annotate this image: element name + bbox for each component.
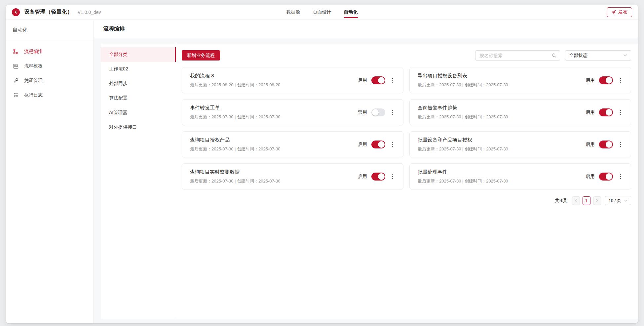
- category-item-4[interactable]: 算法配置: [101, 91, 176, 105]
- chevron-left-icon: [575, 199, 577, 202]
- flow-card-controls: 禁用: [358, 108, 394, 116]
- flow-card-meta: 最后更新：2025-07-30 | 创建时间：2025-07-30: [190, 146, 340, 152]
- flow-status-label: 启用: [358, 77, 367, 83]
- sidebar-item-label: 流程编排: [24, 49, 43, 55]
- category-item-6[interactable]: 对外提供接口: [101, 120, 176, 135]
- flow-card[interactable]: 查询告警事件趋势 最后更新：2025-07-30 | 创建时间：2025-07-…: [409, 99, 631, 125]
- more-menu-icon[interactable]: [619, 142, 622, 147]
- pagination-prev-button[interactable]: [572, 196, 580, 205]
- main-region: 流程编排 全部分类 工作流02 外部同步 算法配置 AI管理器 对外提供接口 新…: [94, 20, 638, 323]
- toggle-knob: [378, 141, 385, 148]
- sidebar-item-label: 凭证管理: [24, 78, 43, 84]
- category-label: AI管理器: [109, 110, 127, 116]
- flow-status-label: 启用: [586, 77, 595, 83]
- chevron-down-icon: [624, 54, 627, 57]
- flow-card-title: 查询告警事件趋势: [418, 105, 568, 111]
- cards-area: 新增业务流程 全部状态: [176, 44, 638, 319]
- back-button[interactable]: [12, 8, 20, 16]
- category-label: 外部同步: [109, 81, 128, 87]
- flow-status-label: 启用: [586, 142, 595, 147]
- flow-card[interactable]: 批量处理事件 最后更新：2025-07-30 | 创建时间：2025-07-30…: [409, 163, 631, 189]
- search-box: [475, 50, 560, 61]
- flow-card-meta: 最后更新：2025-07-30 | 创建时间：2025-07-30: [418, 178, 568, 184]
- sidebar-item-2[interactable]: 流程模板: [6, 60, 93, 73]
- pagination-next-button[interactable]: [593, 196, 601, 205]
- flow-card-meta: 最后更新：2025-07-30 | 创建时间：2025-07-30: [418, 82, 568, 88]
- flow-card[interactable]: 查询项目实时监测数据 最后更新：2025-07-30 | 创建时间：2025-0…: [182, 163, 403, 189]
- toggle-knob: [606, 109, 612, 116]
- publish-button[interactable]: 发布: [607, 7, 632, 17]
- nav-tab-3[interactable]: 自动化: [344, 5, 358, 20]
- nav-label: 页面设计: [313, 9, 331, 15]
- add-flow-button[interactable]: 新增业务流程: [182, 50, 220, 61]
- flow-card[interactable]: 查询项目授权产品 最后更新：2025-07-30 | 创建时间：2025-07-…: [182, 131, 403, 157]
- sidebar-item-1[interactable]: 流程编排: [6, 45, 93, 58]
- flow-card-title: 查询项目实时监测数据: [190, 169, 340, 175]
- flow-card-controls: 启用: [586, 173, 622, 181]
- category-item-5[interactable]: AI管理器: [101, 105, 176, 120]
- more-menu-icon[interactable]: [619, 174, 622, 180]
- sidebar-menu: 流程编排 流程模板 凭证管理 执行日志: [6, 40, 93, 103]
- search-input[interactable]: [479, 53, 551, 58]
- flow-status-label: 启用: [358, 174, 367, 180]
- page-titlebar: 流程编排: [94, 20, 638, 38]
- flow-enable-toggle[interactable]: [371, 76, 385, 84]
- search-icon: [551, 53, 556, 58]
- sidebar-item-label: 流程模板: [24, 63, 43, 69]
- flow-enable-toggle[interactable]: [599, 173, 613, 181]
- sidebar: 自动化 流程编排 流程模板 凭证管理 执行日志: [6, 20, 94, 323]
- sidebar-heading: 自动化: [6, 20, 93, 40]
- more-menu-icon[interactable]: [392, 77, 394, 83]
- chevron-right-icon: [596, 199, 598, 202]
- page-size-select[interactable]: 10 / 页: [605, 196, 631, 205]
- log-icon: [13, 92, 19, 98]
- flow-status-label: 启用: [586, 109, 595, 115]
- flow-enable-toggle[interactable]: [371, 108, 385, 116]
- flow-card[interactable]: 我的流程 8 最后更新：2025-08-20 | 创建时间：2025-08-20…: [182, 67, 403, 93]
- header-left: 设备管理（轻量化） V1.0.0_dev: [12, 8, 101, 16]
- flow-card[interactable]: 导出项目授权设备列表 最后更新：2025-07-30 | 创建时间：2025-0…: [409, 67, 631, 93]
- sidebar-item-4[interactable]: 执行日志: [6, 89, 93, 102]
- more-menu-icon[interactable]: [392, 142, 394, 147]
- toggle-knob: [378, 173, 385, 180]
- nav-tab-1[interactable]: 数据源: [286, 5, 300, 20]
- more-menu-icon[interactable]: [619, 77, 622, 83]
- toggle-knob: [606, 173, 612, 180]
- flow-enable-toggle[interactable]: [599, 76, 613, 84]
- flow-card[interactable]: 事件转发工单 最后更新：2025-07-30 | 创建时间：2025-07-30…: [182, 99, 403, 125]
- flow-card-title: 我的流程 8: [190, 73, 340, 79]
- more-menu-icon[interactable]: [392, 174, 394, 180]
- category-item-3[interactable]: 外部同步: [101, 76, 176, 91]
- flow-card-meta: 最后更新：2025-07-30 | 创建时间：2025-07-30: [190, 178, 340, 184]
- flow-card[interactable]: 批量设备和产品项目授权 最后更新：2025-07-30 | 创建时间：2025-…: [409, 131, 631, 157]
- flow-card-title: 查询项目授权产品: [190, 137, 340, 143]
- more-menu-icon[interactable]: [619, 109, 622, 115]
- sidebar-item-3[interactable]: 凭证管理: [6, 74, 93, 87]
- flow-card-controls: 启用: [586, 108, 622, 116]
- flow-card-controls: 启用: [358, 173, 394, 181]
- nav-tab-2[interactable]: 页面设计: [313, 5, 331, 20]
- category-label: 算法配置: [109, 95, 128, 101]
- flow-enable-toggle[interactable]: [599, 108, 613, 116]
- status-filter-select[interactable]: 全部状态: [565, 50, 631, 61]
- key-icon: [13, 78, 19, 84]
- app-title: 设备管理（轻量化）: [24, 9, 73, 16]
- flow-card-meta: 最后更新：2025-07-30 | 创建时间：2025-07-30: [190, 114, 340, 120]
- sidebar-item-label: 执行日志: [24, 92, 43, 98]
- flow-card-meta: 最后更新：2025-07-30 | 创建时间：2025-07-30: [418, 114, 568, 120]
- pagination-total: 共8项: [555, 198, 567, 204]
- category-item-1[interactable]: 全部分类: [101, 47, 176, 62]
- flow-enable-toggle[interactable]: [371, 141, 385, 148]
- app-header: 设备管理（轻量化） V1.0.0_dev 数据源页面设计自动化 发布: [6, 5, 638, 20]
- send-icon: [611, 10, 616, 15]
- flow-enable-toggle[interactable]: [371, 173, 385, 181]
- toggle-knob: [606, 141, 612, 148]
- flow-enable-toggle[interactable]: [599, 141, 613, 148]
- flow-card-title: 批量设备和产品项目授权: [418, 137, 568, 143]
- pagination-page-1[interactable]: 1: [583, 196, 590, 205]
- toggle-knob: [606, 77, 612, 84]
- flow-card-meta: 最后更新：2025-08-20 | 创建时间：2025-08-20: [190, 82, 340, 88]
- more-menu-icon[interactable]: [392, 109, 394, 115]
- category-item-2[interactable]: 工作流02: [101, 62, 176, 76]
- flow-card-controls: 启用: [358, 76, 394, 84]
